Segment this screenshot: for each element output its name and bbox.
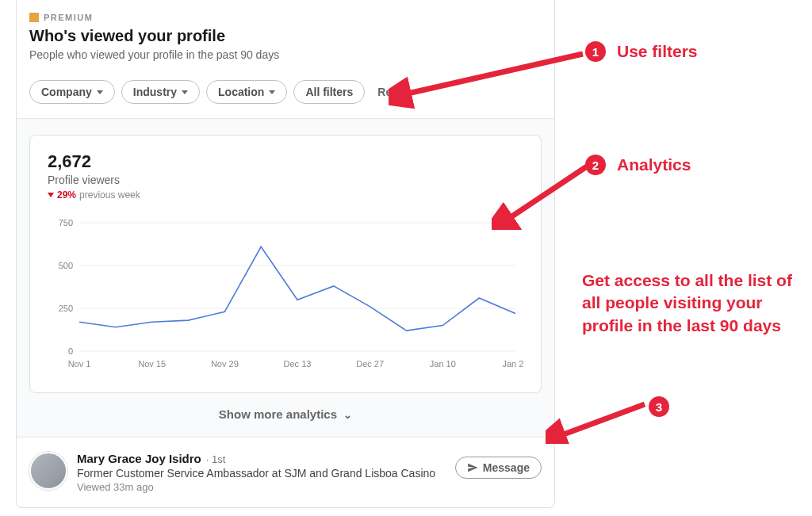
- show-more-analytics[interactable]: Show more analytics ⌄: [29, 393, 542, 437]
- viewer-time: Viewed 33m ago: [77, 481, 446, 493]
- annotation-badge-1: 1: [585, 41, 606, 62]
- filter-industry[interactable]: Industry: [121, 80, 200, 104]
- message-button[interactable]: Message: [455, 457, 542, 479]
- svg-text:Dec 13: Dec 13: [284, 359, 312, 369]
- chevron-down-icon: [269, 90, 275, 94]
- reset-button[interactable]: Reset: [371, 81, 414, 103]
- filter-location[interactable]: Location: [206, 80, 287, 104]
- svg-text:Jan 24: Jan 24: [502, 359, 523, 369]
- viewer-name: Mary Grace Joy Isidro: [77, 452, 201, 465]
- analytics-card: 2,672 Profile viewers 29% previous week …: [29, 135, 542, 393]
- page-title: Who's viewed your profile: [29, 27, 542, 45]
- chevron-down-icon: ⌄: [343, 409, 352, 421]
- premium-icon: [29, 13, 39, 22]
- annotation-3-text: Get access to all the list of all people…: [582, 269, 796, 337]
- svg-text:Jan 10: Jan 10: [430, 359, 456, 369]
- svg-text:750: 750: [59, 218, 73, 227]
- filter-location-label: Location: [218, 86, 264, 98]
- filter-company-label: Company: [41, 86, 92, 98]
- message-label: Message: [483, 461, 530, 474]
- trend-row: 29% previous week: [48, 189, 523, 201]
- annotation-badge-3: 3: [649, 396, 669, 417]
- annotation-arrow-3: [546, 396, 649, 444]
- annotation-label-1: Use filters: [617, 42, 698, 61]
- filter-industry-label: Industry: [133, 86, 177, 98]
- stat-label: Profile viewers: [48, 174, 523, 186]
- profile-views-card: PREMIUM Who's viewed your profile People…: [16, 0, 555, 508]
- svg-text:250: 250: [59, 304, 73, 313]
- annotation-1: 1 Use filters: [585, 41, 698, 62]
- profile-views-chart: 0250500750Nov 1Nov 15Nov 29Dec 13Dec 27J…: [48, 215, 523, 373]
- filter-bar: Company Industry Location All filters Re…: [17, 71, 554, 119]
- annotation-2: 2 Analytics: [585, 155, 691, 175]
- page-subtitle: People who viewed your profile in the pa…: [29, 48, 542, 61]
- viewer-degree: · 1st: [206, 453, 226, 465]
- premium-badge: PREMIUM: [29, 13, 542, 22]
- filter-all[interactable]: All filters: [293, 80, 365, 104]
- header-section: PREMIUM Who's viewed your profile People…: [17, 0, 554, 71]
- viewer-info: Mary Grace Joy Isidro · 1st Former Custo…: [77, 452, 446, 493]
- analytics-panel: 2,672 Profile viewers 29% previous week …: [17, 119, 554, 437]
- svg-text:Dec 27: Dec 27: [356, 359, 384, 369]
- stat-count: 2,672: [48, 151, 523, 172]
- svg-text:500: 500: [59, 261, 73, 270]
- svg-text:Nov 1: Nov 1: [68, 359, 91, 369]
- svg-text:Nov 15: Nov 15: [138, 359, 166, 369]
- avatar: [29, 452, 67, 490]
- svg-text:Nov 29: Nov 29: [211, 359, 239, 369]
- chevron-down-icon: [182, 90, 188, 94]
- trend-down-icon: [48, 193, 54, 197]
- filter-company[interactable]: Company: [29, 80, 115, 104]
- premium-label: PREMIUM: [44, 13, 93, 22]
- viewer-row[interactable]: Mary Grace Joy Isidro · 1st Former Custo…: [17, 437, 554, 507]
- trend-prev-label: previous week: [79, 189, 140, 201]
- filter-all-label: All filters: [305, 86, 353, 98]
- trend-pct: 29%: [57, 189, 76, 201]
- annotation-badge-2: 2: [585, 155, 606, 175]
- viewer-headline: Former Customer Service Ambassador at SJ…: [77, 467, 446, 480]
- chevron-down-icon: [97, 90, 103, 94]
- annotation-label-2: Analytics: [617, 155, 691, 174]
- svg-text:0: 0: [68, 346, 73, 356]
- svg-line-17: [555, 404, 645, 438]
- show-more-label: Show more analytics: [219, 407, 337, 421]
- annotation-3-badge-wrap: 3: [649, 396, 669, 417]
- send-icon: [467, 462, 478, 473]
